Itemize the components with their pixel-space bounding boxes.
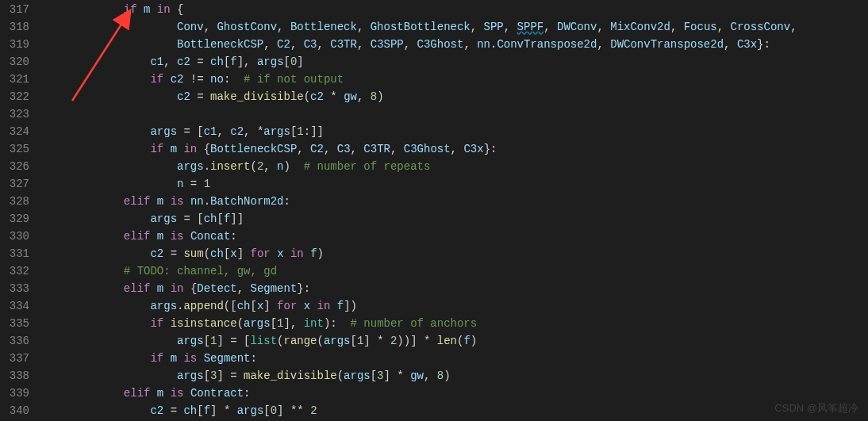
line-number: 339 — [0, 385, 29, 403]
token: # number of repeats — [304, 160, 431, 173]
code-line[interactable]: elif m in {Detect, Segment}: — [44, 281, 868, 298]
token: range — [283, 335, 317, 347]
token: C3Ghost — [404, 143, 451, 155]
line-number: 333 — [0, 281, 29, 298]
token: c2 — [177, 90, 197, 103]
token: = — [171, 247, 184, 260]
token: m — [157, 387, 171, 400]
token: , — [670, 21, 684, 33]
code-line[interactable]: elif m is nn.BatchNorm2d: — [44, 193, 868, 211]
code-line[interactable]: Conv, GhostConv, Bottleneck, GhostBottle… — [44, 19, 868, 36]
token: if — [150, 143, 170, 155]
token: if — [150, 73, 170, 86]
code-line[interactable]: if isinstance(args[1], int): # number of… — [44, 316, 868, 333]
token: elif — [124, 282, 157, 295]
token: [ — [250, 300, 256, 312]
token: ([ — [224, 300, 237, 312]
token: ] — [297, 55, 303, 68]
code-line[interactable]: args[1] = [list(range(args[1] * 2))] * l… — [44, 333, 868, 350]
token: if — [150, 317, 170, 330]
token: ( — [317, 335, 324, 347]
token: args — [177, 369, 204, 382]
code-line[interactable]: if m is Segment: — [44, 350, 868, 368]
token: Segment — [204, 352, 251, 365]
code-line[interactable]: args = [c1, c2, *args[1:]] — [44, 124, 868, 141]
code-line[interactable]: args = [ch[f]] — [44, 211, 868, 228]
token: c2 — [310, 90, 330, 103]
token: : — [284, 195, 290, 208]
token: elif — [124, 387, 157, 400]
code-line[interactable]: args[3] = make_divisible(args[3] * gw, 8… — [44, 368, 868, 385]
line-number: 330 — [0, 228, 29, 246]
token: , — [717, 21, 731, 33]
code-line[interactable]: c1, c2 = ch[f], args[0] — [44, 54, 868, 71]
code-line[interactable] — [44, 106, 868, 124]
line-number: 335 — [0, 316, 29, 333]
token: [ — [284, 55, 290, 68]
line-number: 328 — [0, 193, 29, 211]
token: != — [190, 73, 210, 86]
token: C3 — [304, 38, 317, 51]
code-editor[interactable]: 3173183193203213223233243253263273283293… — [0, 0, 868, 421]
token: BottleneckCSP — [210, 143, 297, 155]
code-line[interactable]: BottleneckCSP, C2, C3, C3TR, C3SPP, C3Gh… — [44, 36, 868, 54]
token: c1 — [150, 55, 163, 68]
token: sum — [183, 247, 203, 260]
token: m — [144, 3, 157, 16]
code-line[interactable]: if m in {BottleneckCSP, C2, C3, C3TR, C3… — [44, 141, 868, 159]
token: args — [237, 404, 264, 417]
token: m — [157, 282, 171, 295]
code-line[interactable]: # TODO: channel, gw, gd — [44, 263, 868, 281]
token: is — [171, 387, 190, 400]
line-number: 331 — [0, 246, 29, 263]
code-line[interactable]: c2 = sum(ch[x] for x in f) — [44, 246, 868, 263]
token: f — [230, 55, 236, 68]
token: Bottleneck — [290, 21, 357, 33]
token: x — [304, 300, 317, 312]
token: gw — [410, 369, 424, 382]
token: MixConv2d — [610, 21, 670, 33]
token: , — [277, 21, 290, 33]
code-line[interactable]: c2 = make_divisible(c2 * gw, 8) — [44, 89, 868, 106]
token: , — [597, 21, 610, 33]
line-number: 340 — [0, 403, 29, 420]
token: ] — [237, 247, 251, 260]
token: , — [790, 21, 797, 33]
token: . — [204, 195, 210, 208]
token: ] ** — [277, 404, 310, 417]
token: args — [150, 300, 177, 312]
token: c1 — [204, 125, 217, 138]
code-line[interactable]: if m in { — [44, 2, 868, 19]
token: GhostConv — [217, 21, 277, 33]
code-line[interactable]: args.append([ch[x] for x in f]) — [44, 298, 868, 316]
token: [ — [271, 317, 277, 330]
token: , — [163, 55, 177, 68]
code-line[interactable]: args.insert(2, n) # number of repeats — [44, 159, 868, 176]
token: = [ — [183, 212, 203, 225]
code-area[interactable]: if m in { Conv, GhostConv, Bottleneck, G… — [44, 0, 868, 421]
token: [ — [204, 335, 210, 347]
token: args — [324, 335, 351, 347]
token: m — [157, 195, 171, 208]
token: , — [597, 38, 610, 51]
code-line[interactable]: c2 = ch[f] * args[0] ** 2 — [44, 403, 868, 420]
token: 1 — [204, 178, 210, 190]
code-line[interactable]: if c2 != no: # if not output — [44, 71, 868, 89]
code-line[interactable]: n = 1 — [44, 176, 868, 193]
line-number: 337 — [0, 350, 29, 368]
token: , — [217, 125, 230, 138]
code-line[interactable]: elif m is Contract: — [44, 385, 868, 403]
token: , — [317, 38, 331, 51]
token: , — [297, 143, 310, 155]
token: m — [157, 230, 171, 243]
token: ( — [250, 160, 256, 173]
code-line[interactable]: elif m is Concat: — [44, 228, 868, 246]
token: x — [230, 247, 236, 260]
token: ( — [204, 247, 210, 260]
line-number: 317 — [0, 2, 29, 19]
token: GhostBottleneck — [371, 21, 470, 33]
token: }: — [757, 38, 770, 51]
token: nn — [190, 195, 204, 208]
token: is — [171, 195, 190, 208]
token: ch — [210, 55, 224, 68]
